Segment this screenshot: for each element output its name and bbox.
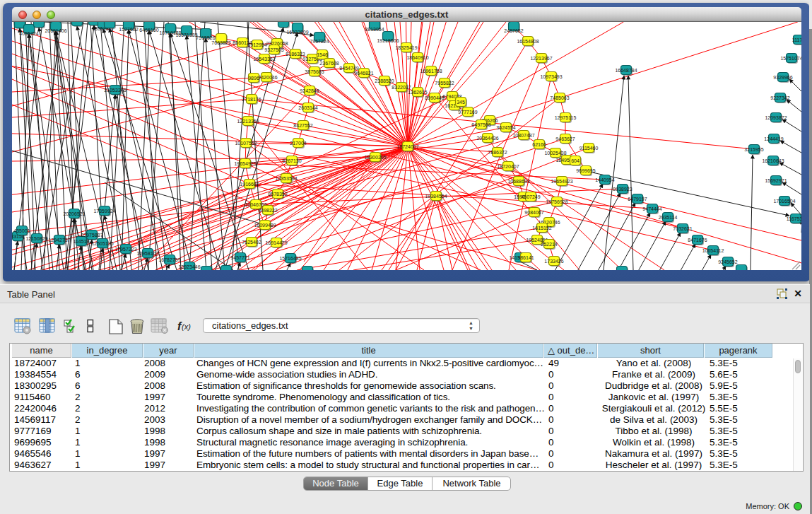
svg-text:16543362: 16543362 [253,57,275,62]
svg-text:9327505: 9327505 [264,47,283,52]
svg-text:16671385: 16671385 [175,33,197,37]
svg-text:15751074: 15751074 [780,56,801,61]
svg-text:10654112: 10654112 [702,248,724,253]
svg-text:9896: 9896 [248,76,259,81]
svg-text:7515526: 7515526 [196,35,215,40]
svg-text:12975115: 12975115 [555,115,577,120]
svg-text:9115460: 9115460 [579,146,599,151]
svg-text:4507249: 4507249 [521,194,540,199]
svg-text:16033809: 16033809 [286,30,308,35]
svg-text:986141: 986141 [517,255,534,260]
svg-text:18325419: 18325419 [395,45,417,50]
svg-text:18640910: 18640910 [406,55,428,60]
svg-text:18300295: 18300295 [364,155,386,160]
svg-text:8578352: 8578352 [268,192,287,197]
svg-text:1916682: 1916682 [240,182,259,187]
svg-text:2487682: 2487682 [504,28,523,33]
svg-text:8471676: 8471676 [688,238,707,243]
svg-text:11172: 11172 [792,37,801,42]
svg-text:9457771: 9457771 [230,255,249,260]
svg-text:7957224: 7957224 [310,39,329,44]
svg-text:18724007: 18724007 [396,144,418,149]
svg-text:2388520: 2388520 [375,78,394,83]
svg-text:8454749: 8454749 [339,66,358,71]
svg-text:217004: 217004 [290,141,306,146]
svg-text:10958107: 10958107 [136,251,158,256]
svg-text:3498222: 3498222 [258,208,277,213]
svg-text:20364436: 20364436 [476,136,498,141]
svg-text:8427552: 8427552 [293,123,312,128]
svg-text:114519: 114519 [73,239,90,244]
svg-text:8938923: 8938923 [613,187,632,192]
svg-text:62160: 62160 [532,142,546,147]
svg-text:2603144: 2603144 [298,105,317,110]
svg-text:1362615: 1362615 [408,90,427,95]
svg-text:20206521: 20206521 [63,211,85,216]
svg-text:(x): (x) [182,322,191,331]
svg-text:7663822: 7663822 [211,40,230,45]
svg-text:15716485: 15716485 [279,256,301,261]
svg-text:2718176: 2718176 [242,97,261,102]
svg-text:19654925: 19654925 [234,161,256,166]
svg-text:6479197: 6479197 [628,197,647,201]
svg-text:7886372: 7886372 [488,150,507,155]
svg-text:4055724: 4055724 [19,31,38,36]
svg-text:9242848: 9242848 [300,88,319,93]
svg-text:12923446: 12923446 [178,264,200,269]
svg-text:7032621: 7032621 [673,226,692,231]
svg-text:12505135: 12505135 [91,241,113,246]
svg-text:17359924: 17359924 [93,209,115,214]
svg-text:9699695: 9699695 [576,168,595,173]
svg-text:7485063: 7485063 [550,95,569,100]
svg-text:8990448: 8990448 [425,95,444,100]
svg-text:9646821: 9646821 [354,71,373,76]
svg-text:1244419: 1244419 [764,136,783,141]
svg-text:1733426: 1733426 [544,259,563,264]
svg-text:10807487: 10807487 [512,133,534,138]
svg-text:21053346: 21053346 [104,88,126,93]
svg-text:16648784: 16648784 [615,68,637,73]
svg-text:8813054: 8813054 [365,27,384,32]
svg-text:2935114: 2935114 [659,215,678,220]
svg-text:9329966: 9329966 [773,75,792,80]
svg-text:15692971: 15692971 [765,178,787,183]
svg-text:1546: 1546 [317,52,328,57]
svg-text:1167533: 1167533 [787,216,801,221]
svg-text:10973493: 10973493 [540,74,562,79]
svg-text:3875685: 3875685 [305,69,324,74]
svg-text:6497568: 6497568 [471,122,490,127]
svg-text:19384554: 19384554 [425,194,447,199]
svg-text:9463627: 9463627 [555,136,575,141]
svg-text:12353594: 12353594 [275,176,297,181]
svg-text:12942737: 12942737 [48,238,70,243]
svg-text:7625402: 7625402 [242,240,261,245]
svg-text:9474444: 9474444 [642,206,661,211]
svg-text:33975887: 33975887 [81,233,102,238]
svg-text:2367608: 2367608 [319,61,339,66]
svg-text:435001: 435001 [13,228,30,233]
svg-text:8267130: 8267130 [282,158,301,163]
svg-text:9227342: 9227342 [770,95,789,100]
svg-text:12213967: 12213967 [530,56,552,61]
svg-text:16154808: 16154808 [517,39,539,44]
svg-text:3624554: 3624554 [496,125,515,130]
svg-text:16961758: 16961758 [420,69,442,74]
svg-text:7955822: 7955822 [435,81,454,86]
svg-text:16914479: 16914479 [265,240,287,245]
svg-text:8322037: 8322037 [392,85,411,90]
svg-text:8186323: 8186323 [286,52,305,57]
svg-text:16782759: 16782759 [158,257,180,262]
svg-text:3215955: 3215955 [744,147,763,152]
svg-text:1440954: 1440954 [595,177,614,182]
svg-text:12093872: 12093872 [765,115,787,120]
svg-text:16099489: 16099489 [254,223,276,228]
svg-text:9084067: 9084067 [524,210,543,215]
svg-text:19218506: 19218506 [377,38,399,43]
svg-text:20691406: 20691406 [45,28,66,33]
svg-text:18720407: 18720407 [497,164,519,169]
svg-text:10025438: 10025438 [544,151,566,156]
svg-text:17016504: 17016504 [773,199,795,204]
svg-text:12150829: 12150829 [25,236,47,241]
svg-text:12213369: 12213369 [237,119,259,124]
svg-text:345: 345 [457,100,465,105]
